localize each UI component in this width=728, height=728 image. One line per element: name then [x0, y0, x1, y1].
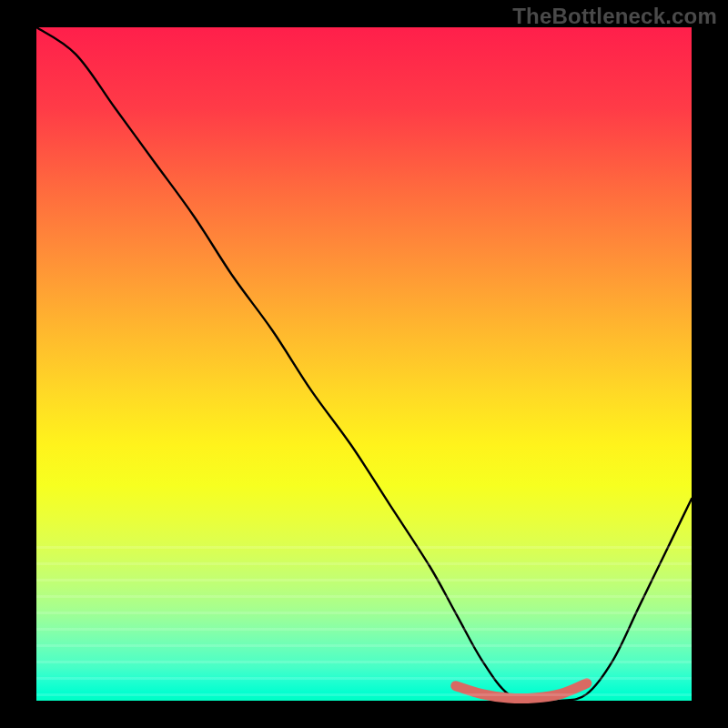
watermark-text: TheBottleneck.com: [512, 4, 717, 29]
plot-area: [36, 27, 692, 701]
chart-frame: TheBottleneck.com: [0, 0, 728, 728]
bottleneck-curve-path: [36, 27, 692, 702]
optimal-highlight-path: [456, 683, 587, 699]
curve-layer: [36, 27, 692, 701]
